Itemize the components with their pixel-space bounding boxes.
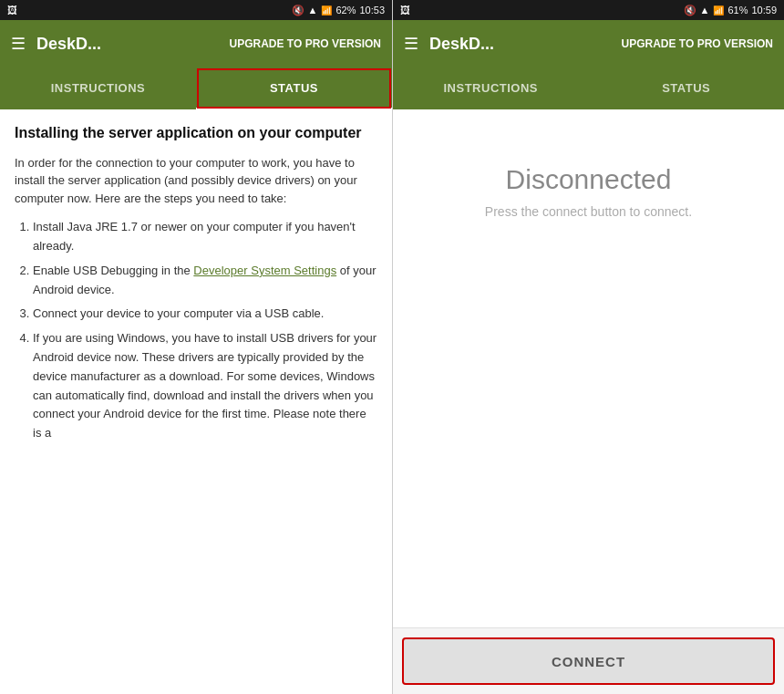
list-item: Enable USB Debugging in the Developer Sy…	[33, 262, 377, 300]
right-tab-instructions[interactable]: INSTRUCTIONS	[393, 67, 589, 109]
right-time-text: 10:59	[751, 5, 777, 16]
right-app-bar: ☰ DeskD... UPGRADE TO PRO VERSION	[393, 20, 784, 67]
connect-area: CONNECT	[393, 627, 784, 694]
list-item: Install Java JRE 1.7 or newer on your co…	[33, 218, 377, 256]
instructions-intro: In order for the connection to your comp…	[15, 154, 377, 208]
list-item-1-text: Install Java JRE 1.7 or newer on your co…	[33, 220, 356, 253]
list-item-2-text: Enable USB Debugging in the	[33, 264, 193, 277]
left-photo-icon: 🖼	[7, 5, 17, 16]
left-app-title: DeskD...	[36, 35, 219, 54]
left-tab-bar: INSTRUCTIONS STATUS	[0, 67, 392, 109]
list-item: Connect your device to your computer via…	[33, 305, 377, 324]
right-status-bar-left: 🖼	[400, 5, 410, 16]
left-battery-text: 62%	[335, 5, 356, 16]
left-tab-instructions[interactable]: INSTRUCTIONS	[0, 67, 196, 109]
left-tab-status[interactable]: STATUS	[196, 67, 392, 109]
left-mute-icon: 🔇	[292, 5, 304, 16]
left-app-bar: ☰ DeskD... UPGRADE TO PRO VERSION	[0, 20, 392, 67]
list-item-4-text: If you are using Windows, you have to in…	[33, 331, 377, 440]
right-panel: 🖼 🔇 ▲ 📶 61% 10:59 ☰ DeskD... UPGRADE TO …	[392, 0, 784, 694]
left-menu-icon[interactable]: ☰	[11, 34, 26, 54]
right-tab-status[interactable]: STATUS	[589, 67, 785, 109]
right-wifi-icon: ▲	[700, 5, 710, 16]
left-status-bar-right: 🔇 ▲ 📶 62% 10:53	[292, 5, 385, 16]
right-photo-icon: 🖼	[400, 5, 410, 16]
developer-settings-link[interactable]: Developer System Settings	[193, 264, 336, 277]
right-tab-bar: INSTRUCTIONS STATUS	[393, 67, 784, 109]
instructions-list: Install Java JRE 1.7 or newer on your co…	[15, 218, 377, 443]
right-upgrade-button[interactable]: UPGRADE TO PRO VERSION	[622, 37, 773, 50]
disconnected-subtitle: Press the connect button to connect.	[485, 204, 692, 219]
right-app-title: DeskD...	[429, 35, 611, 54]
instructions-title: Installing the server application on you…	[15, 124, 377, 143]
right-signal-icon: 📶	[713, 5, 724, 16]
left-status-bar: 🖼 🔇 ▲ 📶 62% 10:53	[0, 0, 392, 20]
left-wifi-icon: ▲	[308, 5, 318, 16]
list-item-3-text: Connect your device to your computer via…	[33, 306, 324, 320]
list-item: If you are using Windows, you have to in…	[33, 329, 377, 443]
left-panel: 🖼 🔇 ▲ 📶 62% 10:53 ☰ DeskD... UPGRADE TO …	[0, 0, 392, 694]
right-mute-icon: 🔇	[684, 5, 696, 16]
connect-button[interactable]: CONNECT	[404, 639, 773, 683]
left-signal-icon: 📶	[321, 5, 332, 16]
left-upgrade-button[interactable]: UPGRADE TO PRO VERSION	[230, 37, 381, 50]
right-battery-text: 61%	[727, 5, 748, 16]
left-content: Installing the server application on you…	[0, 109, 392, 694]
left-time-text: 10:53	[359, 5, 385, 16]
left-status-bar-left: 🖼	[7, 5, 17, 16]
right-status-bar-right: 🔇 ▲ 📶 61% 10:59	[684, 5, 777, 16]
right-menu-icon[interactable]: ☰	[404, 34, 418, 54]
right-status-bar: 🖼 🔇 ▲ 📶 61% 10:59	[393, 0, 784, 20]
disconnected-heading: Disconnected	[506, 164, 672, 195]
right-status-content: Disconnected Press the connect button to…	[393, 109, 784, 627]
